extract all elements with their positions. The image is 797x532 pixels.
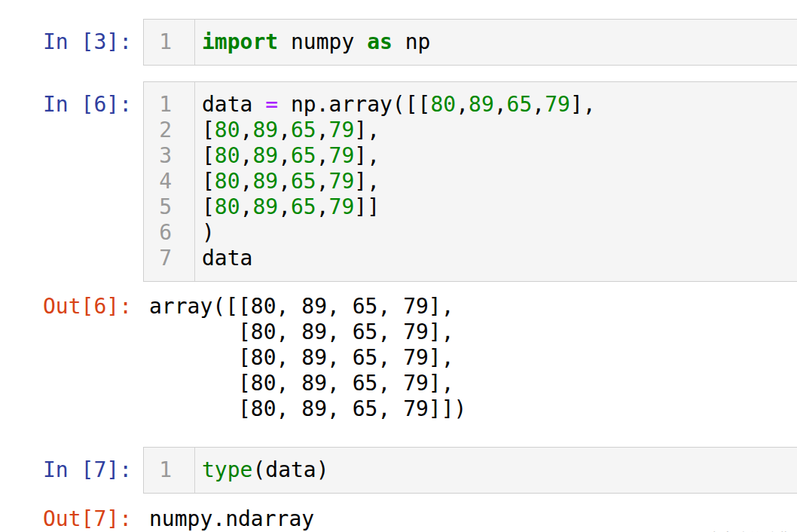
line-number: 7 <box>144 246 194 271</box>
code-editor[interactable]: 1234567 data = np.array([[80,89,65,79],[… <box>143 81 797 282</box>
output-prompt: Out[7]: <box>0 506 143 532</box>
code-editor[interactable]: 1 type(data) <box>143 447 797 494</box>
line-number: 1 <box>144 92 194 118</box>
code-cell-in7: In [7]: 1 type(data) <box>0 447 797 494</box>
line-number-gutter: 1 <box>144 448 195 493</box>
line-number-gutter: 1234567 <box>144 82 195 281</box>
output-cell-out6: Out[6]: array([[80, 89, 65, 79], [80, 89… <box>0 294 797 422</box>
code-line[interactable]: [80,89,65,79]] <box>202 194 596 220</box>
line-number-gutter: 1 <box>144 20 195 65</box>
code-line[interactable]: data <box>202 246 596 271</box>
code-content[interactable]: data = np.array([[80,89,65,79],[80,89,65… <box>195 82 596 281</box>
line-number: 3 <box>144 143 194 169</box>
input-prompt: In [3]: <box>0 19 143 55</box>
code-line[interactable]: data = np.array([[80,89,65,79], <box>202 92 596 118</box>
line-number: 1 <box>144 29 194 55</box>
output-text: array([[80, 89, 65, 79], [80, 89, 65, 79… <box>143 294 466 422</box>
output-prompt: Out[6]: <box>0 294 143 320</box>
code-content[interactable]: import numpy as np <box>195 20 430 65</box>
code-line[interactable]: import numpy as np <box>202 29 430 55</box>
line-number: 1 <box>144 457 194 483</box>
line-number: 6 <box>144 220 194 246</box>
code-content[interactable]: type(data) <box>195 448 329 493</box>
output-cell-out7: Out[7]: numpy.ndarray <box>0 506 797 532</box>
notebook-page: In [3]: 1 import numpy as np In [6]: 123… <box>0 19 797 532</box>
code-line[interactable]: [80,89,65,79], <box>202 169 596 194</box>
output-text: numpy.ndarray <box>143 506 314 532</box>
input-prompt: In [6]: <box>0 81 143 118</box>
code-line[interactable]: ) <box>202 220 596 246</box>
code-editor[interactable]: 1 import numpy as np <box>143 19 797 66</box>
line-number: 4 <box>144 169 194 194</box>
code-line[interactable]: type(data) <box>202 457 329 483</box>
code-line[interactable]: [80,89,65,79], <box>202 143 596 169</box>
code-line[interactable]: [80,89,65,79], <box>202 118 596 143</box>
csdn-watermark: CSDN @生产队的驴儿 <box>649 529 791 532</box>
line-number: 2 <box>144 118 194 143</box>
code-cell-in3: In [3]: 1 import numpy as np <box>0 19 797 66</box>
line-number: 5 <box>144 194 194 220</box>
code-cell-in6: In [6]: 1234567 data = np.array([[80,89,… <box>0 81 797 282</box>
input-prompt: In [7]: <box>0 447 143 483</box>
